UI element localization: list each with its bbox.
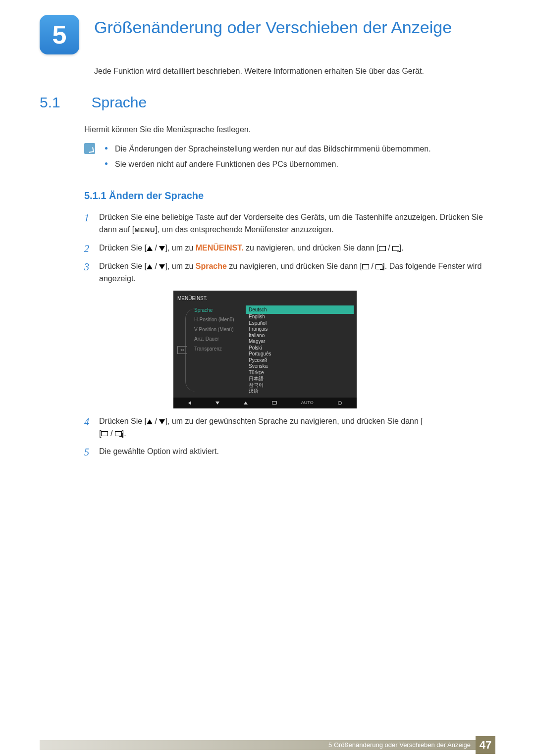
osd-language-item: Magyar [246,339,354,345]
osd-screenshot: MENÜEINST. ⇔ Sprache H-Position (Menü) V… [173,291,357,408]
chapter-title: Größenänderung oder Verschieben der Anze… [94,17,495,38]
osd-nav-up-icon [244,402,248,404]
footer-title: 5 Größenänderung oder Verschieben der An… [40,740,476,750]
osd-language-item: Türkçe [246,370,354,376]
subsection-title: 5.1.1 Ändern der Sprache [84,188,495,203]
osd-language-item: Русский [246,357,354,364]
source-icon [101,431,108,436]
step-item: 5 Die gewählte Option wird aktiviert. [84,446,495,458]
nav-target: Sprache [196,262,227,270]
osd-nav-auto: AUTO [301,400,314,406]
arrow-down-icon [159,419,165,424]
osd-menu-list: ⇔ Sprache H-Position (Menü) V-Position (… [176,305,246,395]
chapter-number: 5 [53,20,67,50]
section-number: 5.1 [40,94,89,111]
osd-category-icon: ⇔ [177,346,187,354]
osd-language-item: Español [246,320,354,327]
arrow-down-icon [159,264,165,269]
step-item: 2 Drücken Sie [ / ], um zu MENÜEINST. zu… [84,242,495,254]
osd-menu-item: Transparenz [194,344,246,354]
osd-language-selected: Deutsch [246,305,354,314]
source-icon [362,264,369,269]
enter-icon [392,246,399,251]
osd-language-item: Polski [246,345,354,352]
osd-nav-down-icon [215,402,219,404]
osd-language-item: English [246,314,354,320]
osd-language-list: Deutsch English Español Français Italian… [246,305,354,395]
osd-nav-left-icon [188,401,191,405]
section-title: Sprache [91,94,147,111]
osd-nav-enter-icon [272,401,277,404]
note-item: Sie werden nicht auf andere Funktionen d… [105,158,495,171]
chapter-intro: Jede Funktion wird detailliert beschrieb… [94,67,495,76]
arrow-up-icon [147,246,153,251]
osd-menu-item: Anz. Dauer [194,334,246,344]
footer-page-number: 47 [476,736,495,754]
osd-language-item: Français [246,326,354,333]
osd-language-item: 汉语 [246,388,354,395]
osd-language-item: 한국어 [246,382,354,389]
page-footer: 5 Größenänderung oder Verschieben der An… [0,736,535,756]
osd-nav-bar: AUTO [173,398,357,408]
osd-nav-power-icon [338,401,342,405]
osd-language-item: Português [246,351,354,357]
step-item: 4 Drücken Sie [ / ], um zu der gewünscht… [84,415,495,440]
osd-language-item: Italiano [246,333,354,339]
enter-icon [115,431,122,436]
osd-menu-item: V-Position (Menü) [194,325,246,335]
osd-title: MENÜEINST. [173,294,357,305]
osd-menu-item: Sprache [194,305,246,315]
arrow-up-icon [147,264,153,269]
osd-menu-item: H-Position (Menü) [194,315,246,325]
section-lead: Hiermit können Sie die Menüsprache festl… [84,124,495,136]
chapter-number-badge: 5 [40,15,79,54]
menu-button-label: MENU [134,226,155,234]
step-item: 1 Drücken Sie eine beliebige Taste auf d… [84,211,495,236]
enter-icon [375,264,382,269]
arrow-up-icon [147,419,153,424]
nav-target: MENÜEINST. [196,244,244,252]
osd-language-item: Svenska [246,363,354,370]
note-item: Die Änderungen der Spracheinstellung wer… [105,143,495,155]
step-item: 3 Drücken Sie [ / ], um zu Sprache zu na… [84,260,495,285]
note-icon [84,143,95,154]
osd-language-item: 日本語 [246,376,354,382]
source-icon [379,246,386,251]
arrow-down-icon [159,246,165,251]
